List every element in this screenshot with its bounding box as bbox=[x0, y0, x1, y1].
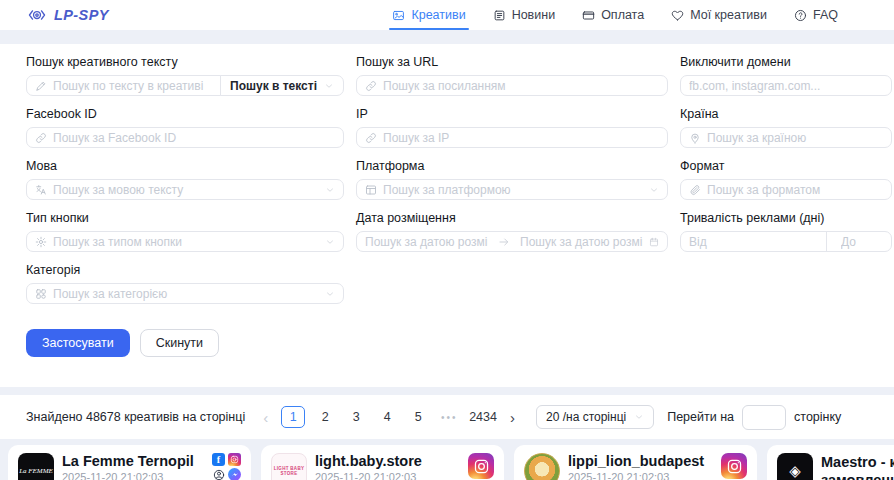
field-language: Мова bbox=[26, 159, 344, 200]
field-label: Пошук креативного тексту bbox=[26, 55, 344, 69]
credit-card-icon bbox=[582, 9, 595, 22]
chevron-down-icon bbox=[325, 237, 335, 247]
page-ellipsis[interactable]: ••• bbox=[438, 406, 460, 428]
field-label: Платформа bbox=[356, 159, 668, 173]
duration-from-input[interactable] bbox=[681, 232, 820, 251]
card-date: 2025-11-20 21:02:03 bbox=[568, 471, 713, 480]
field-facebook-id: Facebook ID bbox=[26, 107, 344, 148]
page-button-4[interactable]: 4 bbox=[376, 406, 398, 428]
chevron-down-icon bbox=[325, 289, 335, 299]
category-select[interactable] bbox=[26, 283, 344, 304]
field-label: Країна bbox=[680, 107, 892, 121]
pagination-bar: Знайдено 48678 креативів на сторінці ‹ 1… bbox=[0, 395, 894, 439]
field-label: IP bbox=[356, 107, 668, 121]
prev-page-button[interactable]: ‹ bbox=[259, 410, 272, 425]
nav-tab-news[interactable]: Новини bbox=[493, 0, 556, 30]
field-platform: Платформа bbox=[356, 159, 668, 200]
apply-button[interactable]: Застосувати bbox=[26, 329, 130, 357]
language-input[interactable] bbox=[53, 183, 319, 197]
exclude-domains-input[interactable] bbox=[689, 79, 883, 93]
logo-text: LP-SPY bbox=[54, 7, 109, 23]
creative-card[interactable]: lippi_lion_budapest 2025-11-20 21:02:03 … bbox=[514, 445, 757, 480]
field-label: Пошук за URL bbox=[356, 55, 668, 69]
url-input[interactable] bbox=[383, 79, 659, 93]
gear-icon bbox=[35, 236, 47, 248]
button-type-select[interactable] bbox=[26, 231, 344, 252]
field-label: Facebook ID bbox=[26, 107, 344, 121]
card-title[interactable]: Maestro - кухні, меблі на замовлення в У… bbox=[821, 453, 894, 480]
creative-card[interactable]: ◈ Maestro - кухні, меблі на замовлення в… bbox=[767, 445, 894, 480]
country-input[interactable] bbox=[707, 131, 883, 145]
duration-to-input[interactable] bbox=[833, 232, 891, 251]
search-mode-select[interactable]: Пошук в тексті bbox=[220, 75, 344, 96]
field-format: Формат bbox=[680, 159, 892, 200]
date-from-placeholder[interactable]: Пошук за датою розміщення bbox=[365, 235, 488, 249]
language-select[interactable] bbox=[26, 179, 344, 200]
date-range-picker[interactable]: Пошук за датою розміщення Пошук за датою… bbox=[356, 231, 668, 252]
creative-card[interactable]: La FEMME La Femme Ternopil 2025-11-20 21… bbox=[8, 445, 251, 480]
card-title[interactable]: La Femme Ternopil bbox=[62, 453, 204, 469]
field-label: Тривалість реклами (дні) bbox=[680, 211, 892, 225]
messenger-icon bbox=[228, 468, 241, 480]
platform-select[interactable] bbox=[356, 179, 668, 200]
card-date: 2025-11-20 21:02:03 bbox=[315, 471, 460, 480]
page-button-3[interactable]: 3 bbox=[345, 406, 367, 428]
card-title[interactable]: lippi_lion_budapest bbox=[568, 453, 713, 469]
page-button-1[interactable]: 1 bbox=[281, 406, 305, 428]
avatar bbox=[524, 453, 560, 480]
goto-page-input[interactable] bbox=[742, 405, 786, 430]
field-label: Дата розміщення bbox=[356, 211, 668, 225]
per-page-select[interactable]: 20 /на сторінці bbox=[536, 405, 654, 429]
avatar: La FEMME bbox=[18, 453, 54, 480]
field-category: Категорія bbox=[26, 263, 344, 304]
link-icon bbox=[365, 132, 377, 144]
logo-eye-icon bbox=[26, 6, 48, 24]
format-input[interactable] bbox=[707, 183, 883, 197]
button-type-input[interactable] bbox=[53, 235, 319, 249]
nav-tab-creatives[interactable]: Креативи bbox=[392, 0, 465, 30]
heart-icon bbox=[671, 9, 684, 22]
page-button-2[interactable]: 2 bbox=[314, 406, 336, 428]
card-date: 2025-11-20 21:02:03 bbox=[62, 471, 204, 480]
app-logo[interactable]: LP-SPY bbox=[26, 6, 109, 24]
nav-tab-label: Мої креативи bbox=[690, 8, 767, 22]
reset-button[interactable]: Скинути bbox=[140, 329, 219, 357]
question-icon bbox=[794, 9, 807, 22]
page-button-2434[interactable]: 2434 bbox=[469, 406, 497, 428]
category-input[interactable] bbox=[53, 287, 319, 301]
creative-text-input[interactable] bbox=[53, 79, 212, 93]
creatives-grid: La FEMME La Femme Ternopil 2025-11-20 21… bbox=[0, 445, 894, 480]
platform-input[interactable] bbox=[383, 183, 643, 197]
chevron-down-icon bbox=[649, 185, 659, 195]
creative-card[interactable]: LIGHT BABY STORE light.baby.store 2025-1… bbox=[261, 445, 504, 480]
nav-tab-payment[interactable]: Оплата bbox=[582, 0, 644, 30]
per-page-value: 20 /на сторінці bbox=[546, 410, 626, 424]
news-icon bbox=[493, 9, 506, 22]
chevron-down-icon bbox=[634, 412, 644, 422]
field-ip: IP bbox=[356, 107, 668, 148]
avatar: ◈ bbox=[777, 453, 813, 480]
field-label: Категорія bbox=[26, 263, 344, 277]
nav-tab-label: Новини bbox=[512, 8, 556, 22]
date-to-placeholder[interactable]: Пошук за датою розміщення bbox=[520, 235, 643, 249]
ip-input[interactable] bbox=[383, 131, 659, 145]
card-title[interactable]: light.baby.store bbox=[315, 453, 460, 469]
calendar-icon bbox=[649, 237, 659, 247]
facebook-id-input[interactable] bbox=[53, 131, 335, 145]
divider bbox=[826, 232, 827, 251]
arrow-right-icon bbox=[498, 236, 510, 248]
next-page-button[interactable]: › bbox=[506, 410, 519, 425]
chevron-down-icon bbox=[325, 185, 335, 195]
goto-page-label: Перейти на bbox=[667, 410, 734, 424]
search-mode-value: Пошук в тексті bbox=[230, 79, 317, 93]
nav-tab-my-creatives[interactable]: Мої креативи bbox=[671, 0, 767, 30]
field-label: Виключити домени bbox=[680, 55, 892, 69]
image-icon bbox=[392, 9, 405, 22]
grid-icon bbox=[35, 288, 47, 300]
instagram-icon bbox=[468, 453, 494, 479]
nav-tab-faq[interactable]: FAQ bbox=[794, 0, 838, 30]
field-button-type: Тип кнопки bbox=[26, 211, 344, 252]
platform-icon bbox=[365, 184, 377, 196]
filters-panel: Пошук креативного тексту Пошук в тексті … bbox=[0, 44, 894, 387]
page-button-5[interactable]: 5 bbox=[407, 406, 429, 428]
